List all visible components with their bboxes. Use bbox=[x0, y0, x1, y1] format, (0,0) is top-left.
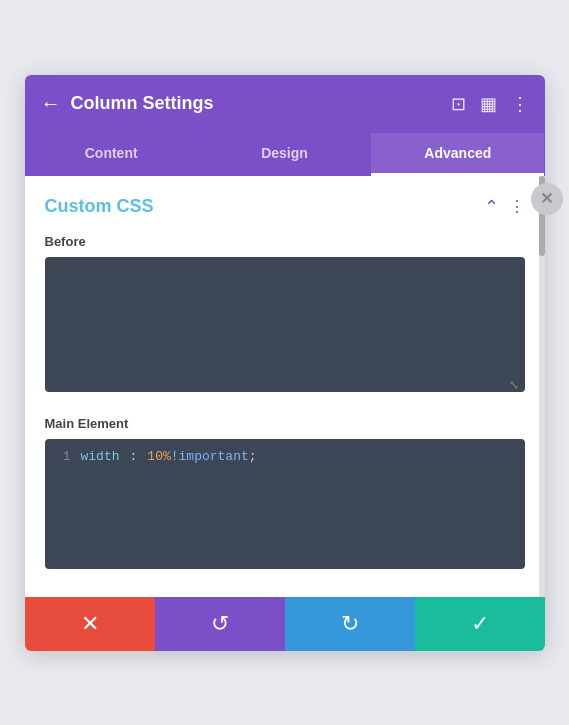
frame-icon[interactable]: ⊡ bbox=[451, 93, 466, 115]
section-header: Custom CSS ⌃ ⋮ bbox=[45, 196, 525, 218]
section-more-icon[interactable]: ⋮ bbox=[509, 197, 525, 216]
tab-advanced[interactable]: Advanced bbox=[371, 133, 544, 176]
tab-design[interactable]: Design bbox=[198, 133, 371, 176]
panel-title: Column Settings bbox=[71, 93, 441, 114]
tab-bar: Content Design Advanced bbox=[25, 133, 545, 176]
save-button[interactable]: ✓ bbox=[415, 597, 545, 651]
section-title: Custom CSS bbox=[45, 196, 154, 217]
cancel-button[interactable]: ✕ bbox=[25, 597, 155, 651]
code-value-orange: 10% bbox=[147, 449, 170, 464]
code-property: width bbox=[81, 449, 120, 464]
before-editor[interactable]: ⤡ bbox=[45, 257, 525, 392]
columns-icon[interactable]: ▦ bbox=[480, 93, 497, 115]
resize-handle[interactable]: ⤡ bbox=[509, 378, 519, 388]
undo-button[interactable]: ↺ bbox=[155, 597, 285, 651]
before-field: Before ⤡ bbox=[45, 234, 525, 392]
before-label: Before bbox=[45, 234, 525, 249]
main-element-label: Main Element bbox=[45, 416, 525, 431]
collapse-icon[interactable]: ⌃ bbox=[484, 196, 499, 218]
more-icon[interactable]: ⋮ bbox=[511, 93, 529, 115]
main-element-field: Main Element 1 width : 10%!important; bbox=[45, 416, 525, 569]
column-settings-panel: ← Column Settings ⊡ ▦ ⋮ Content Design A… bbox=[25, 75, 545, 651]
back-icon[interactable]: ← bbox=[41, 92, 61, 115]
outer-close-button[interactable]: ✕ bbox=[531, 183, 563, 215]
scrollbar-track[interactable] bbox=[539, 176, 545, 597]
tab-content[interactable]: Content bbox=[25, 133, 198, 176]
bottom-bar: ✕ ↺ ↻ ✓ bbox=[25, 597, 545, 651]
panel-wrapper: ← Column Settings ⊡ ▦ ⋮ Content Design A… bbox=[25, 75, 545, 651]
code-value-blue: !important bbox=[171, 449, 249, 464]
section-controls: ⌃ ⋮ bbox=[484, 196, 525, 218]
header-icons: ⊡ ▦ ⋮ bbox=[451, 93, 529, 115]
line-number: 1 bbox=[57, 449, 71, 464]
code-colon: : bbox=[130, 449, 138, 464]
main-element-editor[interactable]: 1 width : 10%!important; bbox=[45, 439, 525, 569]
panel-content: Custom CSS ⌃ ⋮ Before ⤡ Main Element bbox=[25, 176, 545, 597]
code-line-1: 1 width : 10%!important; bbox=[57, 449, 513, 464]
redo-button[interactable]: ↻ bbox=[285, 597, 415, 651]
code-semicolon: ; bbox=[249, 449, 257, 464]
panel-header: ← Column Settings ⊡ ▦ ⋮ bbox=[25, 75, 545, 133]
